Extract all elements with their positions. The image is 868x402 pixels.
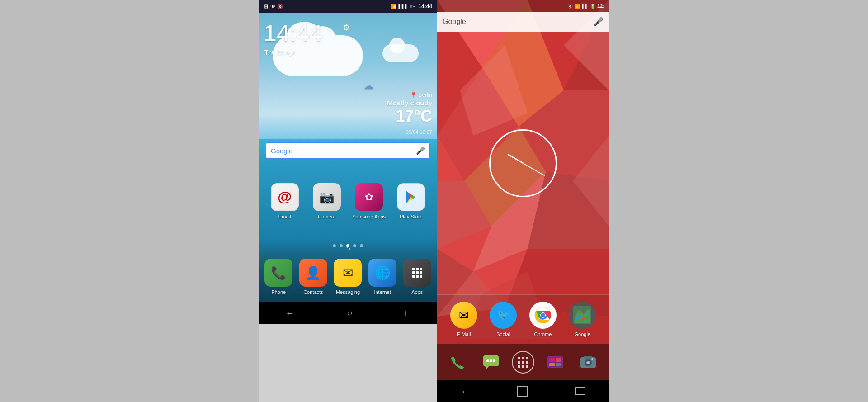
- nexus-dock-apps[interactable]: [512, 351, 534, 374]
- chrome-svg: [534, 306, 552, 324]
- nexus-maps-label: Google: [575, 331, 590, 337]
- svg-rect-38: [556, 363, 561, 366]
- contacts-icon: 👤: [299, 259, 327, 287]
- internet-symbol: 🌐: [375, 265, 391, 280]
- svg-rect-35: [549, 358, 555, 362]
- svg-point-45: [591, 358, 593, 360]
- svg-rect-40: [584, 356, 592, 359]
- nexus-nav-back[interactable]: ←: [461, 386, 470, 397]
- nexus-phone: 🔇 📶 ▌▌ 🔋 12: Google 🎤: [437, 0, 609, 402]
- dot-5: [360, 244, 363, 247]
- location-pin-icon: 📍: [410, 92, 417, 98]
- messaging-label: Messaging: [336, 289, 360, 295]
- nexus-chrome-icon: [529, 302, 557, 329]
- app-icon-play-store[interactable]: Play Store: [394, 183, 428, 220]
- email-at-symbol: @: [278, 189, 292, 205]
- dot-2: [340, 244, 343, 247]
- google-brand-text: Google: [271, 147, 292, 155]
- samsung-page-dots: ⌂: [259, 239, 437, 252]
- weather-temperature: 17°C: [387, 107, 432, 126]
- samsung-nav-bar: ← ○ □: [259, 302, 437, 324]
- nexus-dock-sms[interactable]: [479, 350, 503, 374]
- play-store-icon: [397, 183, 425, 211]
- samsung-phone: 🖼 👁 🔇 📶 ▌▌▌ 8% 14:44 14:44 ⚙ Thu 25 Apr: [259, 0, 437, 402]
- wifi-icon: 📶: [391, 4, 397, 9]
- dock-apps[interactable]: Apps: [400, 259, 434, 295]
- cloud-small: [382, 44, 419, 62]
- nexus-battery-icon: 🔋: [590, 4, 595, 9]
- play-store-svg: [403, 189, 419, 205]
- weather-info: ☁ 📍 Berlin Mostly cloudy 17°C: [387, 80, 432, 126]
- nexus-dock-gallery[interactable]: [543, 350, 567, 374]
- nexus-dock-phone[interactable]: [446, 350, 470, 374]
- email-icon: @: [271, 183, 299, 211]
- samsung-weather-widget: 14:44 ⚙ Thu 25 Apr ☁ 📍 Berlin Mostly clo…: [259, 13, 437, 139]
- samsung-apps-symbol: ✿: [365, 191, 373, 203]
- nexus-google-bar[interactable]: Google 🎤: [437, 12, 609, 32]
- nav-recent[interactable]: □: [405, 308, 410, 318]
- gallery-dock-svg: [547, 354, 564, 371]
- settings-icon[interactable]: ⚙: [343, 23, 350, 33]
- nexus-mic-icon[interactable]: 🎤: [594, 17, 604, 27]
- samsung-apps-icon: ✿: [355, 183, 383, 211]
- samsung-apps-label: Samsung Apps: [352, 214, 386, 220]
- mic-icon[interactable]: 🎤: [416, 147, 425, 155]
- nexus-email-label: E-Mail: [457, 331, 471, 337]
- image-icon: 🖼: [264, 4, 269, 9]
- nexus-dock-camera[interactable]: [576, 350, 600, 374]
- mute-icon: 🔇: [277, 4, 283, 9]
- maps-svg: [572, 305, 592, 325]
- sms-dock-svg: [482, 354, 500, 371]
- messaging-symbol: ✉: [343, 265, 353, 280]
- play-store-label: Play Store: [400, 214, 423, 220]
- nexus-wifi-icon: 📶: [575, 4, 580, 9]
- messaging-icon: ✉: [334, 259, 362, 287]
- dock-phone[interactable]: 📞 Phone: [262, 259, 296, 295]
- nexus-google-text: Google: [443, 18, 466, 26]
- twitter-symbol: 🐦: [497, 309, 509, 321]
- dock-messaging[interactable]: ✉ Messaging: [331, 259, 365, 295]
- internet-label: Internet: [374, 289, 391, 295]
- nexus-social-app[interactable]: 🐦 Social: [490, 302, 517, 337]
- status-right: 📶 ▌▌▌ 8% 14:44: [391, 3, 432, 9]
- dot-home[interactable]: ⌂: [346, 244, 349, 247]
- nexus-nav-recent[interactable]: [575, 387, 585, 395]
- nexus-social-icon: 🐦: [490, 302, 517, 329]
- dot-1: [333, 244, 336, 247]
- camera-symbol: 📷: [319, 189, 335, 204]
- signal-icon: ▌▌▌: [399, 4, 408, 9]
- battery-percent: 8%: [410, 4, 416, 9]
- status-time: 14:44: [418, 3, 432, 9]
- contacts-label: Contacts: [303, 289, 323, 295]
- dock-contacts[interactable]: 👤 Contacts: [296, 259, 330, 295]
- nexus-email-app[interactable]: ✉ E-Mail: [450, 302, 477, 337]
- camera-dock-svg: [580, 354, 597, 371]
- app-icon-camera[interactable]: 📷 Camera: [310, 183, 344, 220]
- nav-back[interactable]: ←: [285, 308, 294, 318]
- svg-point-32: [493, 359, 495, 362]
- dock-internet[interactable]: 🌐 Internet: [366, 259, 400, 295]
- weather-date: Thu 25 Apr: [264, 49, 296, 56]
- nexus-social-label: Social: [496, 331, 510, 337]
- apps-grid: [410, 266, 424, 279]
- nexus-maps-app[interactable]: Google: [569, 302, 596, 337]
- phones-container: 🖼 👁 🔇 📶 ▌▌▌ 8% 14:44 14:44 ⚙ Thu 25 Apr: [0, 0, 868, 402]
- weather-time: 14:44: [264, 19, 322, 47]
- weather-cloud-icon: ☁: [328, 80, 373, 92]
- samsung-search-bar: Google 🎤: [259, 139, 437, 162]
- nexus-time: 12:: [597, 3, 604, 9]
- google-search-box[interactable]: Google 🎤: [266, 142, 430, 159]
- app-icon-samsung-apps[interactable]: ✿ Samsung Apps: [352, 183, 386, 220]
- eye-icon: 👁: [270, 4, 275, 9]
- svg-marker-29: [485, 366, 489, 369]
- nav-home[interactable]: ○: [347, 308, 352, 318]
- nexus-status-right: 🔇 📶 ▌▌ 🔋 12:: [567, 3, 604, 9]
- nexus-nav-home[interactable]: [517, 386, 528, 397]
- app-icon-email[interactable]: @ Email: [268, 183, 302, 220]
- phone-symbol: 📞: [271, 265, 287, 280]
- nexus-chrome-app[interactable]: Chrome: [529, 302, 557, 337]
- analog-clock: [489, 129, 557, 197]
- nexus-content: 🔇 📶 ▌▌ 🔋 12: Google 🎤: [437, 0, 609, 402]
- nexus-status-bar: 🔇 📶 ▌▌ 🔋 12:: [437, 0, 609, 12]
- svg-point-31: [490, 359, 492, 362]
